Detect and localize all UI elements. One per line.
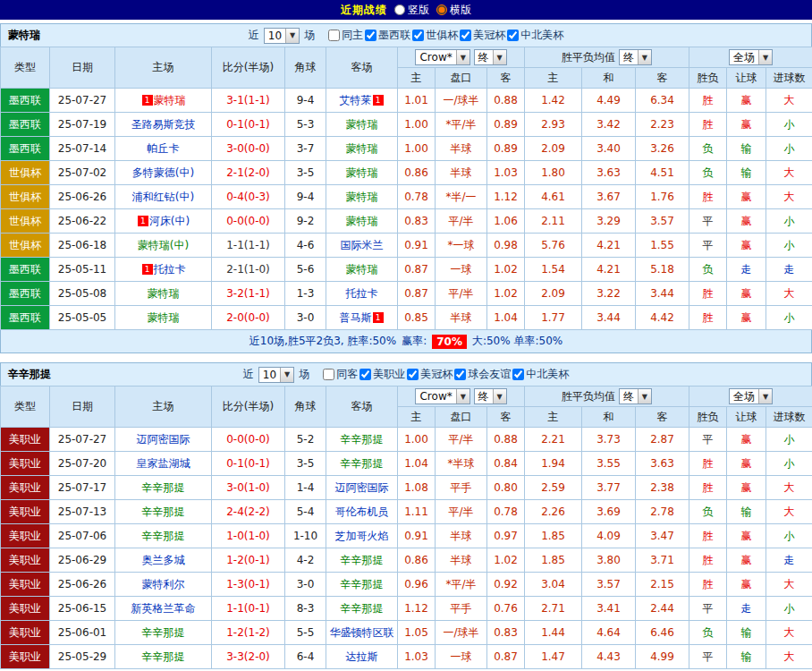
filter-checkbox-美冠杯[interactable]: 美冠杯	[407, 367, 453, 382]
team-link[interactable]: 多特蒙德(中)	[132, 166, 194, 179]
filter-checkbox-墨西联[interactable]: 墨西联	[365, 28, 410, 43]
avg-away-cell: 2.44	[636, 597, 689, 621]
filter-checkbox-同主[interactable]: 同主	[328, 28, 363, 43]
team-link[interactable]: 辛辛那提	[341, 602, 384, 615]
score-link[interactable]: 3-1(1-1)	[226, 94, 270, 106]
match-count-select[interactable]: 10▼	[258, 367, 294, 383]
team-link[interactable]: 新英格兰革命	[131, 602, 196, 615]
result-text: 走	[741, 263, 752, 276]
score-link[interactable]: 3-0(1-0)	[226, 481, 270, 494]
team-link[interactable]: 蒙特瑞	[346, 118, 378, 131]
team-link[interactable]: 辛辛那提	[341, 578, 384, 590]
checkbox-input[interactable]	[365, 30, 376, 41]
avg-time-select[interactable]: 终▼	[619, 49, 652, 65]
filter-checkbox-同客[interactable]: 同客	[323, 367, 358, 382]
filter-checkbox-世俱杯[interactable]: 世俱杯	[412, 28, 458, 43]
score-link[interactable]: 0-0(0-0)	[226, 215, 270, 227]
team-link[interactable]: 蒙特瑞(中)	[138, 239, 189, 251]
checkbox-input[interactable]	[512, 369, 524, 380]
score-link[interactable]: 0-0(0-0)	[226, 433, 270, 446]
match-count-select[interactable]: 10▼	[264, 28, 300, 44]
team-link[interactable]: 托拉卡	[154, 263, 186, 276]
odds-company-select[interactable]: Crow*▼	[415, 49, 469, 65]
team-link[interactable]: 国际米兰	[341, 239, 384, 251]
team-link[interactable]: 蒙特瑞	[346, 263, 378, 276]
filter-checkbox-美冠杯[interactable]: 美冠杯	[460, 28, 505, 43]
team-link[interactable]: 蒙特瑞	[346, 166, 378, 179]
team-link[interactable]: 蒙特瑞	[154, 94, 186, 106]
checkbox-input[interactable]	[460, 30, 471, 41]
team-link[interactable]: 辛辛那提	[142, 626, 185, 639]
team-link[interactable]: 河床(中)	[149, 215, 190, 227]
filter-checkbox-中北美杯[interactable]: 中北美杯	[512, 367, 569, 382]
checkbox-input[interactable]	[412, 30, 424, 41]
filter-checkbox-美职业[interactable]: 美职业	[359, 367, 405, 382]
team-link[interactable]: 辛辛那提	[142, 530, 185, 542]
team-link[interactable]: 达拉斯	[346, 650, 378, 663]
topbar: 近期战绩 竖版 横版	[0, 0, 812, 20]
team-link[interactable]: 华盛顿特区联	[330, 626, 394, 639]
team-link[interactable]: 圣路易斯竞技	[131, 118, 196, 131]
team-link[interactable]: 蒙特利尔	[142, 578, 185, 590]
score-link[interactable]: 1-0(1-0)	[226, 530, 270, 542]
horizontal-radio[interactable]	[436, 4, 447, 15]
score-link[interactable]: 3-3(2-0)	[226, 650, 270, 663]
checkbox-input[interactable]	[507, 30, 519, 41]
team-link[interactable]: 托拉卡	[346, 287, 378, 300]
score-link[interactable]: 2-1(2-0)	[226, 166, 270, 179]
vertical-radio[interactable]	[394, 4, 405, 15]
score-link[interactable]: 0-1(0-1)	[226, 118, 270, 131]
team-link[interactable]: 蒙特瑞	[148, 287, 180, 300]
score-link[interactable]: 1-2(0-1)	[226, 554, 270, 566]
score-link[interactable]: 0-4(0-3)	[226, 191, 270, 203]
score-link[interactable]: 1-2(1-2)	[226, 626, 270, 639]
team-link[interactable]: 蒙特瑞	[346, 191, 378, 203]
team-link[interactable]: 奥兰多城	[142, 554, 185, 566]
checkbox-input[interactable]	[328, 30, 340, 41]
avg-away-cell: 2.87	[636, 428, 689, 452]
team-link[interactable]: 蒙特瑞	[346, 142, 378, 155]
team-link[interactable]: 普马斯	[340, 311, 372, 324]
odds-time-select[interactable]: 终▼	[474, 49, 507, 65]
score-link[interactable]: 3-0(0-0)	[226, 142, 270, 155]
odds-time-select[interactable]: 终▼	[474, 388, 507, 404]
team-link[interactable]: 芝加哥火焰	[335, 530, 389, 542]
team-link[interactable]: 辛辛那提	[142, 481, 185, 494]
scope-select[interactable]: 全场▼	[729, 49, 773, 65]
team-link[interactable]: 辛辛那提	[341, 433, 384, 446]
checkbox-input[interactable]	[407, 369, 419, 380]
team-link[interactable]: 辛辛那提	[142, 650, 185, 663]
score-link[interactable]: 1-1(1-1)	[226, 239, 270, 251]
team-link[interactable]: 蒙特瑞	[148, 311, 180, 324]
score-link[interactable]: 1-1(0-1)	[226, 602, 270, 615]
scope-select[interactable]: 全场▼	[729, 388, 773, 404]
team-link[interactable]: 皇家盐湖城	[137, 457, 190, 470]
team-link[interactable]: 哥伦布机员	[335, 505, 389, 518]
team-link[interactable]: 帕丘卡	[148, 142, 180, 155]
score-link[interactable]: 0-1(0-1)	[226, 457, 270, 470]
odds-away-cell: 0.97	[487, 524, 525, 548]
checkbox-input[interactable]	[454, 369, 466, 380]
score-link[interactable]: 3-2(1-1)	[226, 287, 270, 300]
team-link[interactable]: 浦和红钻(中)	[132, 191, 194, 203]
score-link[interactable]: 1-3(0-1)	[226, 578, 270, 590]
team-link[interactable]: 辛辛那提	[341, 457, 384, 470]
checkbox-input[interactable]	[323, 369, 334, 380]
checkbox-input[interactable]	[359, 369, 371, 380]
layout-option-vertical[interactable]: 竖版	[394, 3, 429, 18]
handicap-cell: 平/半	[436, 209, 487, 234]
team-link[interactable]: 艾特莱	[340, 94, 372, 106]
team-link[interactable]: 辛辛那提	[341, 554, 384, 566]
score-link[interactable]: 2-4(2-2)	[226, 505, 270, 518]
layout-option-horizontal[interactable]: 横版	[436, 3, 471, 18]
avg-time-select[interactable]: 终▼	[619, 388, 652, 404]
odds-company-select[interactable]: Crow*▼	[415, 388, 469, 404]
team-link[interactable]: 迈阿密国际	[335, 481, 389, 494]
team-link[interactable]: 迈阿密国际	[137, 433, 190, 446]
filter-checkbox-中北美杯[interactable]: 中北美杯	[507, 28, 563, 43]
score-link[interactable]: 2-0(0-0)	[226, 311, 270, 324]
team-link[interactable]: 辛辛那提	[142, 505, 185, 518]
filter-checkbox-球会友谊[interactable]: 球会友谊	[454, 367, 511, 382]
team-link[interactable]: 蒙特瑞	[346, 215, 378, 227]
score-link[interactable]: 2-1(1-0)	[226, 263, 270, 276]
